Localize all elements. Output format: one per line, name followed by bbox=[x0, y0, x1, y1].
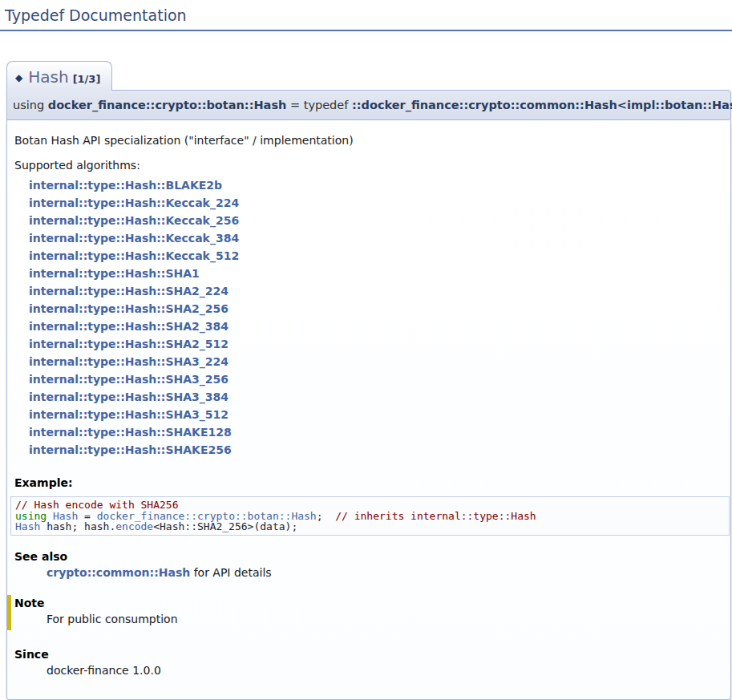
permalink-diamond-icon[interactable]: ◆ bbox=[15, 72, 22, 83]
algorithm-link[interactable]: internal::type::Hash::SHA3_224 bbox=[29, 355, 228, 368]
since-text: docker-finance 1.0.0 bbox=[47, 664, 722, 677]
proto-using-keyword: using bbox=[13, 99, 48, 111]
note-label: Note bbox=[14, 595, 722, 609]
member-overload-index: [1/3] bbox=[73, 73, 101, 85]
algorithms-label: Supported algorithms: bbox=[14, 159, 722, 172]
page-title: Typedef Documentation bbox=[0, 5, 732, 31]
algorithm-list: internal::type::Hash::BLAKE2binternal::t… bbox=[29, 176, 722, 459]
algorithm-link[interactable]: internal::type::Hash::Keccak_224 bbox=[29, 196, 239, 209]
algorithm-list-item: internal::type::Hash::SHA2_384 bbox=[29, 318, 722, 335]
see-also-text: for API details bbox=[190, 566, 271, 579]
algorithm-list-item: internal::type::Hash::Keccak_256 bbox=[29, 212, 722, 229]
example-label: Example: bbox=[14, 476, 722, 489]
since-label: Since bbox=[14, 648, 722, 661]
intro-text: Botan Hash API specialization ("interfac… bbox=[14, 134, 722, 147]
since-section: Since docker-finance 1.0.0 bbox=[14, 648, 722, 677]
algorithm-link[interactable]: internal::type::Hash::Keccak_512 bbox=[29, 249, 239, 262]
code-encode-link[interactable]: encode bbox=[115, 520, 153, 532]
algorithm-list-item: internal::type::Hash::SHA3_512 bbox=[29, 406, 722, 423]
proto-target-type: ::docker_finance::crypto::common::Hash<i… bbox=[352, 99, 732, 111]
algorithm-link[interactable]: internal::type::Hash::Keccak_256 bbox=[29, 214, 239, 227]
algorithm-link[interactable]: internal::type::Hash::BLAKE2b bbox=[29, 179, 222, 192]
code-block: // Hash encode with SHA256 using Hash = … bbox=[10, 496, 730, 536]
algorithm-list-item: internal::type::Hash::SHAKE128 bbox=[29, 423, 722, 441]
algorithm-list-item: internal::type::Hash::Keccak_512 bbox=[29, 247, 722, 265]
algorithm-link[interactable]: internal::type::Hash::SHAKE128 bbox=[29, 426, 232, 439]
see-also-label: See also bbox=[14, 550, 722, 563]
example-section: Example: bbox=[14, 476, 722, 489]
algorithm-list-item: internal::type::Hash::SHA3_384 bbox=[29, 388, 722, 406]
see-also-section: See also crypto::common::Hash for API de… bbox=[14, 550, 722, 579]
algorithm-link[interactable]: internal::type::Hash::SHA2_384 bbox=[29, 320, 228, 333]
algorithm-list-item: internal::type::Hash::BLAKE2b bbox=[29, 176, 722, 194]
algorithm-list-item: internal::type::Hash::Keccak_224 bbox=[29, 194, 722, 212]
algorithm-link[interactable]: internal::type::Hash::SHA1 bbox=[29, 267, 200, 280]
note-text: For public consumption bbox=[47, 613, 722, 630]
algorithm-link[interactable]: internal::type::Hash::SHA3_256 bbox=[29, 373, 228, 386]
algorithm-list-item: internal::type::Hash::Keccak_384 bbox=[29, 229, 722, 247]
note-section: Note For public consumption bbox=[7, 595, 722, 630]
code-comment: // inherits internal::type::Hash bbox=[335, 510, 536, 522]
algorithm-list-item: internal::type::Hash::SHA3_224 bbox=[29, 353, 722, 370]
code-line: Hash hash; hash.encode<Hash::SHA2_256>(d… bbox=[15, 521, 725, 532]
algorithm-list-item: internal::type::Hash::SHA2_512 bbox=[29, 335, 722, 353]
algorithm-link[interactable]: internal::type::Hash::SHA2_256 bbox=[29, 302, 228, 315]
algorithm-list-item: internal::type::Hash::SHA3_256 bbox=[29, 370, 722, 388]
code-line: // Hash encode with SHA256 bbox=[15, 500, 725, 511]
algorithm-list-item: internal::type::Hash::SHAKE256 bbox=[29, 441, 722, 459]
algorithm-link[interactable]: internal::type::Hash::SHA3_384 bbox=[29, 390, 228, 403]
member-doc: Botan Hash API specialization ("interfac… bbox=[6, 120, 731, 700]
see-also-content: crypto::common::Hash for API details bbox=[47, 566, 722, 579]
algorithm-link[interactable]: internal::type::Hash::SHA2_512 bbox=[29, 338, 228, 350]
member-name: Hash bbox=[28, 67, 68, 87]
algorithm-list-item: internal::type::Hash::SHA1 bbox=[29, 265, 722, 282]
algorithm-link[interactable]: internal::type::Hash::SHAKE256 bbox=[29, 443, 232, 456]
algorithm-list-item: internal::type::Hash::SHA2_256 bbox=[29, 300, 722, 318]
algorithm-link[interactable]: internal::type::Hash::SHA2_224 bbox=[29, 285, 228, 297]
code-hash-link[interactable]: Hash bbox=[15, 520, 40, 532]
member-item: using docker_finance::crypto::botan::Has… bbox=[6, 90, 731, 700]
algorithm-link[interactable]: internal::type::Hash::Keccak_384 bbox=[29, 232, 239, 245]
proto-typedef-name: docker_finance::crypto::botan::Hash bbox=[48, 99, 287, 111]
algorithm-list-item: internal::type::Hash::SHA2_224 bbox=[29, 282, 722, 300]
member-prototype: using docker_finance::crypto::botan::Has… bbox=[6, 90, 731, 120]
member-tab: ◆Hash[1/3] bbox=[6, 61, 112, 91]
code-line: using Hash = docker_finance::crypto::bot… bbox=[15, 511, 725, 522]
proto-equals-typedef: = typedef bbox=[286, 99, 352, 111]
see-also-link[interactable]: crypto::common::Hash bbox=[47, 566, 190, 579]
algorithm-link[interactable]: internal::type::Hash::SHA3_512 bbox=[29, 408, 228, 421]
